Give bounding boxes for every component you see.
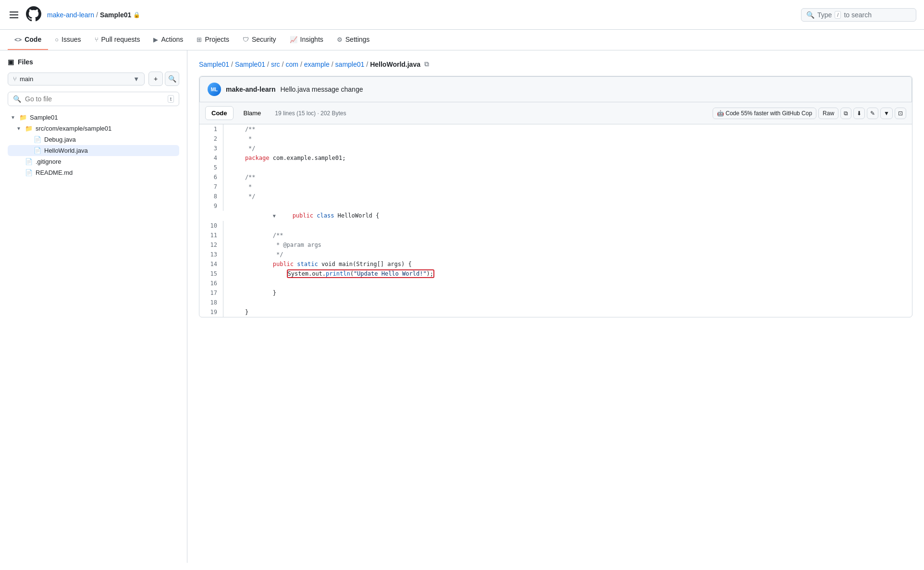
line-number: 2 xyxy=(199,134,223,144)
line-number: 15 xyxy=(199,269,223,279)
hamburger-button[interactable] xyxy=(8,10,20,20)
tree-item-label: Debug.java xyxy=(44,136,76,143)
copilot-icon: 🤖 xyxy=(717,110,724,117)
repo-nav: <> Code ○ Issues ⑂ Pull requests ▶ Actio… xyxy=(0,30,924,50)
tree-item-label: HelloWorld.java xyxy=(44,147,88,154)
code-tab-button[interactable]: Code xyxy=(205,106,234,120)
kbd-t: t xyxy=(168,95,174,103)
tab-code[interactable]: <> Code xyxy=(8,30,48,50)
chevron-down-icon: ▼ xyxy=(133,75,139,83)
line-content xyxy=(223,221,912,230)
sidebar-header: ▣ Files xyxy=(8,58,179,66)
code-line: 5 xyxy=(199,163,912,172)
repo-name[interactable]: Sample01 xyxy=(100,11,131,19)
file-viewer-header: Code Blame 19 lines (15 loc) · 202 Bytes… xyxy=(199,102,912,124)
line-number: 10 xyxy=(199,221,223,230)
search-kbd: / xyxy=(835,11,841,19)
tab-pull-requests[interactable]: ⑂ Pull requests xyxy=(88,30,147,50)
tree-item-label: src/com/example/sample01 xyxy=(36,125,111,132)
tab-actions[interactable]: ▶ Actions xyxy=(147,30,190,50)
line-content: /** xyxy=(223,124,912,134)
tab-settings[interactable]: ⚙ Settings xyxy=(330,30,377,50)
breadcrumb-example[interactable]: example xyxy=(304,61,330,68)
panel-button[interactable]: ⊡ xyxy=(895,108,906,119)
more-options-button[interactable]: ▼ xyxy=(880,108,893,119)
line-content: package com.example.sample01; xyxy=(223,153,912,163)
tab-insights[interactable]: 📈 Insights xyxy=(283,30,330,50)
code-line: 14 public static void main(String[] args… xyxy=(199,259,912,269)
add-file-button[interactable]: + xyxy=(148,72,163,86)
raw-button[interactable]: Raw xyxy=(818,108,838,119)
pr-icon: ⑂ xyxy=(95,36,99,43)
file-search-icon: 🔍 xyxy=(13,95,21,103)
line-number: 9 xyxy=(199,201,223,211)
breadcrumb-sample01-3[interactable]: sample01 xyxy=(335,61,365,68)
folder-icon: 📁 xyxy=(19,114,27,121)
tree-item-label: README.md xyxy=(36,169,73,176)
search-files-button[interactable]: 🔍 xyxy=(165,72,179,86)
line-number: 19 xyxy=(199,307,223,317)
github-logo xyxy=(26,6,41,23)
code-line: 17 } xyxy=(199,288,912,298)
branch-row: ⑂ main ▼ + 🔍 xyxy=(8,72,179,86)
code-line: 2 * xyxy=(199,134,912,144)
main-layout: ▣ Files ⑂ main ▼ + 🔍 🔍 t ▼ 📁 Samp xyxy=(0,50,924,563)
tab-issues[interactable]: ○ Issues xyxy=(48,30,87,50)
line-number: 3 xyxy=(199,144,223,153)
file-actions: 🤖 Code 55% faster with GitHub Cop Raw ⧉ … xyxy=(713,108,906,119)
line-content: */ xyxy=(223,144,912,153)
line-number: 14 xyxy=(199,259,223,269)
tree-item-src-folder[interactable]: ▼ 📁 src/com/example/sample01 xyxy=(8,123,179,134)
tree-item-helloworld-java[interactable]: 📄 HelloWorld.java xyxy=(8,145,179,156)
tree-item-debug-java[interactable]: 📄 Debug.java xyxy=(8,134,179,145)
file-icon: 📄 xyxy=(25,158,33,165)
code-line: 13 */ xyxy=(199,250,912,259)
line-content: System.out.println("Update Hello World!"… xyxy=(223,269,912,279)
breadcrumb-current-file: HelloWorld.java xyxy=(370,61,420,68)
chevron-down-icon: ▼ xyxy=(16,126,22,131)
tree-item-label: .gitignore xyxy=(36,158,61,165)
file-meta: 19 lines (15 loc) · 202 Bytes xyxy=(275,110,709,117)
copilot-button[interactable]: 🤖 Code 55% faster with GitHub Cop xyxy=(713,108,816,119)
org-name[interactable]: make-and-learn xyxy=(47,11,94,19)
line-content xyxy=(223,279,912,288)
tab-projects[interactable]: ⊞ Projects xyxy=(190,30,236,50)
tree-item-readme[interactable]: 📄 README.md xyxy=(8,167,179,178)
breadcrumb: Sample01 / Sample01 / src / com / exampl… xyxy=(199,60,912,68)
code-line: 11 /** xyxy=(199,230,912,240)
copy-button[interactable]: ⧉ xyxy=(840,108,851,119)
line-content xyxy=(223,298,912,307)
blame-tab-button[interactable]: Blame xyxy=(237,106,268,120)
file-icon: 📄 xyxy=(34,136,41,143)
breadcrumb-com[interactable]: com xyxy=(285,61,298,68)
avatar: ML xyxy=(208,83,221,96)
breadcrumb-src[interactable]: src xyxy=(271,61,280,68)
code-line-15-highlight: 15 System.out.println("Update Hello Worl… xyxy=(199,269,912,279)
go-to-file-input[interactable] xyxy=(25,95,164,103)
code-line: 16 xyxy=(199,279,912,288)
line-number: 11 xyxy=(199,230,223,240)
file-viewer: ML make-and-learn Hello.java message cha… xyxy=(199,76,912,317)
search-box[interactable]: 🔍 Type / to search xyxy=(801,8,916,22)
tree-item-gitignore[interactable]: 📄 .gitignore xyxy=(8,156,179,167)
download-button[interactable]: ⬇ xyxy=(853,108,865,119)
file-icon: 📄 xyxy=(34,147,41,154)
line-content: ▼ public class HelloWorld { xyxy=(223,201,912,221)
code-line: 4 package com.example.sample01; xyxy=(199,153,912,163)
branch-selector[interactable]: ⑂ main ▼ xyxy=(8,73,145,85)
edit-button[interactable]: ✎ xyxy=(867,108,878,119)
copy-path-button[interactable]: ⧉ xyxy=(424,60,429,68)
tree-item-label: Sample01 xyxy=(30,114,58,121)
code-icon: <> xyxy=(14,36,22,43)
tree-item-sample01-root[interactable]: ▼ 📁 Sample01 xyxy=(8,112,179,123)
commit-user[interactable]: make-and-learn xyxy=(226,85,275,93)
file-search[interactable]: 🔍 t xyxy=(8,92,179,106)
line-content: public static void main(String[] args) { xyxy=(223,259,912,269)
line-number: 16 xyxy=(199,279,223,288)
breadcrumb-sample01-2[interactable]: Sample01 xyxy=(235,61,265,68)
tab-security[interactable]: 🛡 Security xyxy=(236,30,283,50)
breadcrumb-sample01-1[interactable]: Sample01 xyxy=(199,61,229,68)
line-content: /** xyxy=(223,230,912,240)
top-nav: make-and-learn / Sample01 🔒 🔍 Type / to … xyxy=(0,0,924,30)
search-placeholder: Type xyxy=(817,11,832,19)
